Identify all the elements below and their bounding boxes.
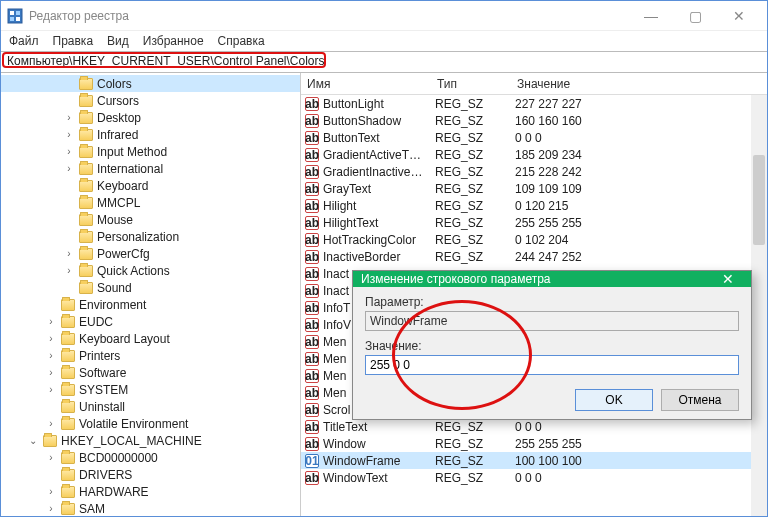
value-input[interactable]: [365, 355, 739, 375]
tree-item[interactable]: Uninstall: [1, 398, 300, 415]
value-icon: ab: [305, 301, 319, 315]
tree-item[interactable]: ›Volatile Environment: [1, 415, 300, 432]
expander-icon[interactable]: ›: [45, 316, 57, 327]
tree-item[interactable]: ›Printers: [1, 347, 300, 364]
value-type: REG_SZ: [435, 131, 515, 145]
expander-icon[interactable]: ›: [45, 418, 57, 429]
tree-view[interactable]: ColorsCursors›Desktop›Infrared›Input Met…: [1, 73, 301, 516]
expander-icon[interactable]: ›: [63, 248, 75, 259]
tree-item[interactable]: ›Quick Actions: [1, 262, 300, 279]
tree-item[interactable]: Keyboard: [1, 177, 300, 194]
tree-item[interactable]: ›EUDC: [1, 313, 300, 330]
list-row[interactable]: abHilightREG_SZ0 120 215: [301, 197, 767, 214]
tree-item[interactable]: MMCPL: [1, 194, 300, 211]
tree-item-label: Keyboard: [97, 179, 148, 193]
col-header-name[interactable]: Имя: [301, 77, 431, 91]
value-label: Значение:: [365, 339, 739, 353]
tree-item[interactable]: ›Software: [1, 364, 300, 381]
expander-icon[interactable]: ›: [45, 367, 57, 378]
list-row[interactable]: abInactiveBorderREG_SZ244 247 252: [301, 248, 767, 265]
tree-item[interactable]: ›International: [1, 160, 300, 177]
close-button[interactable]: ✕: [717, 2, 761, 30]
folder-icon: [61, 418, 75, 430]
menu-file[interactable]: Файл: [9, 34, 39, 48]
value-data: 255 255 255: [515, 216, 763, 230]
list-row[interactable]: abHotTrackingColorREG_SZ0 102 204: [301, 231, 767, 248]
menu-edit[interactable]: Правка: [53, 34, 94, 48]
tree-item-label: HKEY_LOCAL_MACHINE: [61, 434, 202, 448]
list-row[interactable]: abWindowTextREG_SZ0 0 0: [301, 469, 767, 486]
expander-icon[interactable]: ›: [63, 163, 75, 174]
value-data: 215 228 242: [515, 165, 763, 179]
expander-icon[interactable]: ›: [45, 333, 57, 344]
expander-icon[interactable]: ›: [63, 129, 75, 140]
window-controls: — ▢ ✕: [629, 2, 761, 30]
folder-icon: [61, 469, 75, 481]
tree-item[interactable]: ›BCD00000000: [1, 449, 300, 466]
value-icon: ab: [305, 437, 319, 451]
value-data: 0 0 0: [515, 420, 763, 434]
vertical-scrollbar[interactable]: [751, 95, 767, 516]
tree-item[interactable]: ›PowerCfg: [1, 245, 300, 262]
address-bar[interactable]: Компьютер\HKEY_CURRENT_USER\Control Pane…: [1, 51, 767, 73]
col-header-value[interactable]: Значение: [511, 77, 767, 91]
value-data: 160 160 160: [515, 114, 763, 128]
folder-icon: [61, 367, 75, 379]
list-row[interactable]: 01WindowFrameREG_SZ100 100 100: [301, 452, 767, 469]
folder-icon: [79, 163, 93, 175]
list-row[interactable]: abButtonTextREG_SZ0 0 0: [301, 129, 767, 146]
value-type: REG_SZ: [435, 216, 515, 230]
tree-item[interactable]: Environment: [1, 296, 300, 313]
expander-icon[interactable]: ›: [45, 350, 57, 361]
expander-icon[interactable]: ›: [45, 503, 57, 514]
tree-item[interactable]: Personalization: [1, 228, 300, 245]
expander-icon[interactable]: ›: [45, 452, 57, 463]
ok-button[interactable]: OK: [575, 389, 653, 411]
tree-item[interactable]: DRIVERS: [1, 466, 300, 483]
expander-icon[interactable]: ›: [63, 146, 75, 157]
expander-icon[interactable]: ⌄: [27, 435, 39, 446]
menu-favorites[interactable]: Избранное: [143, 34, 204, 48]
tree-item[interactable]: ›Infrared: [1, 126, 300, 143]
expander-icon[interactable]: ›: [63, 265, 75, 276]
menu-view[interactable]: Вид: [107, 34, 129, 48]
list-row[interactable]: abButtonLightREG_SZ227 227 227: [301, 95, 767, 112]
cancel-button[interactable]: Отмена: [661, 389, 739, 411]
tree-item[interactable]: ›SYSTEM: [1, 381, 300, 398]
list-row[interactable]: abButtonShadowREG_SZ160 160 160: [301, 112, 767, 129]
tree-item[interactable]: ›Input Method: [1, 143, 300, 160]
tree-item[interactable]: ›Keyboard Layout: [1, 330, 300, 347]
tree-item-label: Uninstall: [79, 400, 125, 414]
list-row[interactable]: abGradientInactive…REG_SZ215 228 242: [301, 163, 767, 180]
value-data: 0 120 215: [515, 199, 763, 213]
value-icon: ab: [305, 318, 319, 332]
minimize-button[interactable]: —: [629, 2, 673, 30]
value-icon: ab: [305, 284, 319, 298]
list-row[interactable]: abGradientActiveT…REG_SZ185 209 234: [301, 146, 767, 163]
list-row[interactable]: abGrayTextREG_SZ109 109 109: [301, 180, 767, 197]
scrollbar-thumb[interactable]: [753, 155, 765, 245]
tree-item[interactable]: ›SAM: [1, 500, 300, 516]
expander-icon[interactable]: ›: [45, 384, 57, 395]
tree-item[interactable]: Colors: [1, 75, 300, 92]
tree-item[interactable]: ›Desktop: [1, 109, 300, 126]
tree-item[interactable]: Mouse: [1, 211, 300, 228]
tree-item[interactable]: ⌄HKEY_LOCAL_MACHINE: [1, 432, 300, 449]
tree-item[interactable]: ›HARDWARE: [1, 483, 300, 500]
menu-help[interactable]: Справка: [218, 34, 265, 48]
expander-icon[interactable]: ›: [63, 112, 75, 123]
value-name: GradientActiveT…: [323, 148, 435, 162]
value-icon: ab: [305, 131, 319, 145]
expander-icon[interactable]: ›: [45, 486, 57, 497]
col-header-type[interactable]: Тип: [431, 77, 511, 91]
list-row[interactable]: abHilightTextREG_SZ255 255 255: [301, 214, 767, 231]
maximize-button[interactable]: ▢: [673, 2, 717, 30]
value-icon: ab: [305, 386, 319, 400]
tree-item[interactable]: Sound: [1, 279, 300, 296]
tree-item[interactable]: Cursors: [1, 92, 300, 109]
tree-item-label: BCD00000000: [79, 451, 158, 465]
dialog-close-button[interactable]: ✕: [713, 271, 743, 287]
list-row[interactable]: abWindowREG_SZ255 255 255: [301, 435, 767, 452]
folder-icon: [61, 316, 75, 328]
value-data: 0 0 0: [515, 131, 763, 145]
